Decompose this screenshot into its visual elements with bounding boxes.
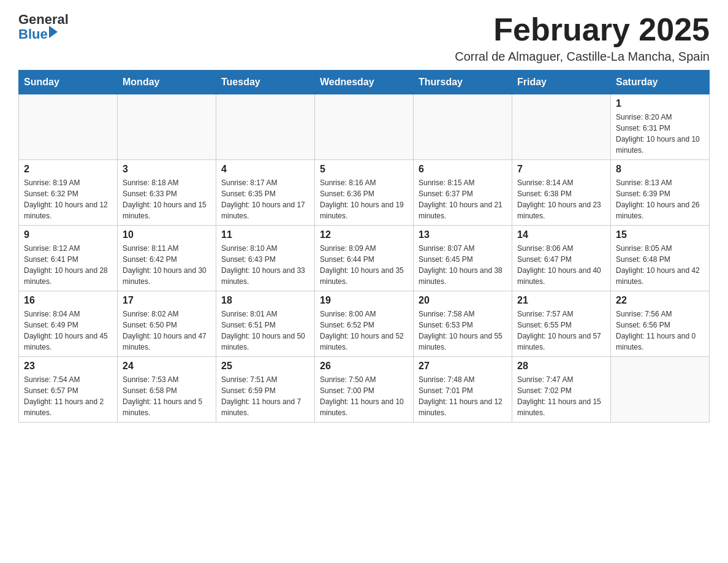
calendar-day-cell: 28Sunrise: 7:47 AM Sunset: 7:02 PM Dayli…: [512, 357, 611, 423]
weekday-header-sunday: Sunday: [19, 71, 118, 94]
day-number: 13: [419, 229, 507, 240]
logo-blue: Blue: [18, 27, 48, 42]
day-number: 9: [24, 229, 112, 240]
calendar-day-cell: 21Sunrise: 7:57 AM Sunset: 6:55 PM Dayli…: [512, 291, 611, 357]
calendar-day-cell: 5Sunrise: 8:16 AM Sunset: 6:36 PM Daylig…: [315, 160, 414, 226]
day-number: 19: [320, 295, 408, 306]
calendar-day-cell: 26Sunrise: 7:50 AM Sunset: 7:00 PM Dayli…: [315, 357, 414, 423]
location-subtitle: Corral de Almaguer, Castille-La Mancha, …: [455, 50, 710, 64]
day-info: Sunrise: 8:18 AM Sunset: 6:33 PM Dayligh…: [123, 177, 211, 221]
calendar-day-cell: 13Sunrise: 8:07 AM Sunset: 6:45 PM Dayli…: [414, 226, 512, 291]
day-info: Sunrise: 8:13 AM Sunset: 6:39 PM Dayligh…: [616, 177, 704, 221]
day-info: Sunrise: 7:51 AM Sunset: 6:59 PM Dayligh…: [221, 374, 309, 418]
calendar-day-cell: 20Sunrise: 7:58 AM Sunset: 6:53 PM Dayli…: [414, 291, 512, 357]
day-number: 22: [616, 295, 704, 306]
calendar-day-cell: [414, 94, 512, 160]
day-number: 25: [221, 361, 309, 372]
logo-general: General: [18, 12, 69, 27]
day-number: 4: [221, 164, 309, 175]
calendar-day-cell: 10Sunrise: 8:11 AM Sunset: 6:42 PM Dayli…: [118, 226, 216, 291]
calendar-day-cell: [512, 94, 611, 160]
logo-arrow-icon: [49, 26, 58, 38]
calendar-header-row: SundayMondayTuesdayWednesdayThursdayFrid…: [19, 71, 710, 94]
calendar-week-row: 23Sunrise: 7:54 AM Sunset: 6:57 PM Dayli…: [19, 357, 710, 423]
day-info: Sunrise: 8:12 AM Sunset: 6:41 PM Dayligh…: [24, 243, 112, 287]
day-number: 1: [616, 98, 704, 109]
weekday-header-wednesday: Wednesday: [315, 71, 414, 94]
day-info: Sunrise: 7:53 AM Sunset: 6:58 PM Dayligh…: [123, 374, 211, 418]
day-info: Sunrise: 8:07 AM Sunset: 6:45 PM Dayligh…: [419, 243, 507, 287]
day-number: 5: [320, 164, 408, 175]
calendar-day-cell: 2Sunrise: 8:19 AM Sunset: 6:32 PM Daylig…: [19, 160, 118, 226]
day-info: Sunrise: 8:16 AM Sunset: 6:36 PM Dayligh…: [320, 177, 408, 221]
day-info: Sunrise: 7:54 AM Sunset: 6:57 PM Dayligh…: [24, 374, 112, 418]
day-number: 2: [24, 164, 112, 175]
day-info: Sunrise: 7:57 AM Sunset: 6:55 PM Dayligh…: [517, 308, 605, 353]
day-number: 15: [616, 229, 704, 240]
calendar-day-cell: 15Sunrise: 8:05 AM Sunset: 6:48 PM Dayli…: [611, 226, 710, 291]
day-number: 16: [24, 295, 112, 306]
day-info: Sunrise: 8:02 AM Sunset: 6:50 PM Dayligh…: [123, 308, 211, 353]
day-info: Sunrise: 8:20 AM Sunset: 6:31 PM Dayligh…: [616, 112, 704, 156]
day-number: 28: [517, 361, 605, 372]
logo: General Blue: [18, 12, 69, 42]
day-number: 7: [517, 164, 605, 175]
day-info: Sunrise: 8:05 AM Sunset: 6:48 PM Dayligh…: [616, 243, 704, 287]
calendar-day-cell: 14Sunrise: 8:06 AM Sunset: 6:47 PM Dayli…: [512, 226, 611, 291]
day-info: Sunrise: 7:50 AM Sunset: 7:00 PM Dayligh…: [320, 374, 408, 418]
calendar-day-cell: [19, 94, 118, 160]
calendar-week-row: 2Sunrise: 8:19 AM Sunset: 6:32 PM Daylig…: [19, 160, 710, 226]
calendar-day-cell: [611, 357, 710, 423]
day-number: 3: [123, 164, 211, 175]
day-info: Sunrise: 8:10 AM Sunset: 6:43 PM Dayligh…: [221, 243, 309, 287]
day-info: Sunrise: 8:19 AM Sunset: 6:32 PM Dayligh…: [24, 177, 112, 221]
calendar-day-cell: 16Sunrise: 8:04 AM Sunset: 6:49 PM Dayli…: [19, 291, 118, 357]
day-number: 10: [123, 229, 211, 240]
day-info: Sunrise: 8:04 AM Sunset: 6:49 PM Dayligh…: [24, 308, 112, 353]
day-number: 12: [320, 229, 408, 240]
calendar-day-cell: 27Sunrise: 7:48 AM Sunset: 7:01 PM Dayli…: [414, 357, 512, 423]
day-number: 27: [419, 361, 507, 372]
day-number: 24: [123, 361, 211, 372]
page-header: General Blue February 2025 Corral de Alm…: [18, 12, 710, 64]
calendar-day-cell: 18Sunrise: 8:01 AM Sunset: 6:51 PM Dayli…: [216, 291, 315, 357]
day-number: 23: [24, 361, 112, 372]
day-number: 20: [419, 295, 507, 306]
weekday-header-thursday: Thursday: [414, 71, 512, 94]
day-info: Sunrise: 7:56 AM Sunset: 6:56 PM Dayligh…: [616, 308, 704, 353]
day-info: Sunrise: 8:06 AM Sunset: 6:47 PM Dayligh…: [517, 243, 605, 287]
calendar-day-cell: 22Sunrise: 7:56 AM Sunset: 6:56 PM Dayli…: [611, 291, 710, 357]
calendar-day-cell: 3Sunrise: 8:18 AM Sunset: 6:33 PM Daylig…: [118, 160, 216, 226]
day-info: Sunrise: 7:58 AM Sunset: 6:53 PM Dayligh…: [419, 308, 507, 353]
calendar-day-cell: [118, 94, 216, 160]
day-info: Sunrise: 7:47 AM Sunset: 7:02 PM Dayligh…: [517, 374, 605, 418]
day-number: 6: [419, 164, 507, 175]
day-number: 21: [517, 295, 605, 306]
calendar-day-cell: 9Sunrise: 8:12 AM Sunset: 6:41 PM Daylig…: [19, 226, 118, 291]
calendar-day-cell: 11Sunrise: 8:10 AM Sunset: 6:43 PM Dayli…: [216, 226, 315, 291]
day-info: Sunrise: 8:14 AM Sunset: 6:38 PM Dayligh…: [517, 177, 605, 221]
day-info: Sunrise: 8:15 AM Sunset: 6:37 PM Dayligh…: [419, 177, 507, 221]
calendar-day-cell: 23Sunrise: 7:54 AM Sunset: 6:57 PM Dayli…: [19, 357, 118, 423]
calendar-day-cell: 17Sunrise: 8:02 AM Sunset: 6:50 PM Dayli…: [118, 291, 216, 357]
weekday-header-monday: Monday: [118, 71, 216, 94]
calendar-day-cell: 6Sunrise: 8:15 AM Sunset: 6:37 PM Daylig…: [414, 160, 512, 226]
day-number: 26: [320, 361, 408, 372]
calendar-week-row: 16Sunrise: 8:04 AM Sunset: 6:49 PM Dayli…: [19, 291, 710, 357]
day-info: Sunrise: 8:01 AM Sunset: 6:51 PM Dayligh…: [221, 308, 309, 353]
calendar-day-cell: 12Sunrise: 8:09 AM Sunset: 6:44 PM Dayli…: [315, 226, 414, 291]
calendar-day-cell: 4Sunrise: 8:17 AM Sunset: 6:35 PM Daylig…: [216, 160, 315, 226]
day-info: Sunrise: 8:11 AM Sunset: 6:42 PM Dayligh…: [123, 243, 211, 287]
month-title: February 2025: [455, 12, 710, 47]
calendar-day-cell: 8Sunrise: 8:13 AM Sunset: 6:39 PM Daylig…: [611, 160, 710, 226]
day-info: Sunrise: 8:00 AM Sunset: 6:52 PM Dayligh…: [320, 308, 408, 353]
calendar-week-row: 9Sunrise: 8:12 AM Sunset: 6:41 PM Daylig…: [19, 226, 710, 291]
day-info: Sunrise: 8:17 AM Sunset: 6:35 PM Dayligh…: [221, 177, 309, 221]
calendar-day-cell: [315, 94, 414, 160]
weekday-header-tuesday: Tuesday: [216, 71, 315, 94]
calendar-week-row: 1Sunrise: 8:20 AM Sunset: 6:31 PM Daylig…: [19, 94, 710, 160]
day-number: 17: [123, 295, 211, 306]
day-info: Sunrise: 7:48 AM Sunset: 7:01 PM Dayligh…: [419, 374, 507, 418]
day-info: Sunrise: 8:09 AM Sunset: 6:44 PM Dayligh…: [320, 243, 408, 287]
calendar-day-cell: 24Sunrise: 7:53 AM Sunset: 6:58 PM Dayli…: [118, 357, 216, 423]
